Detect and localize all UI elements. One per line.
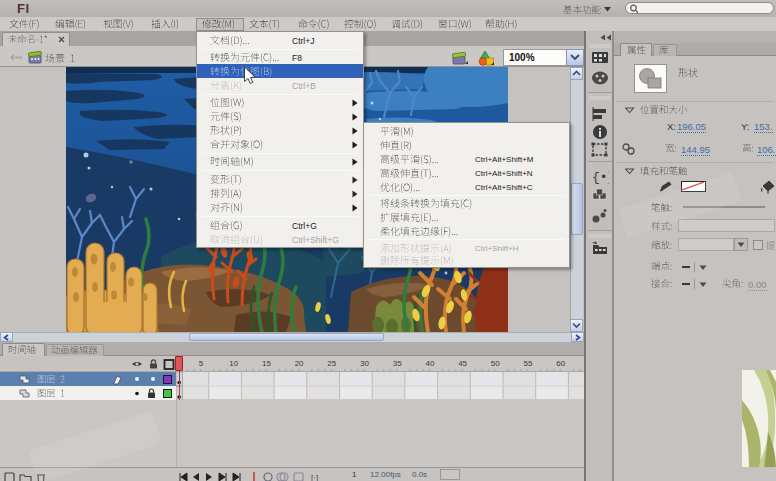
svg-text:[·]: [·]: [311, 473, 318, 481]
svg-text:{•}: {•}: [592, 170, 609, 184]
